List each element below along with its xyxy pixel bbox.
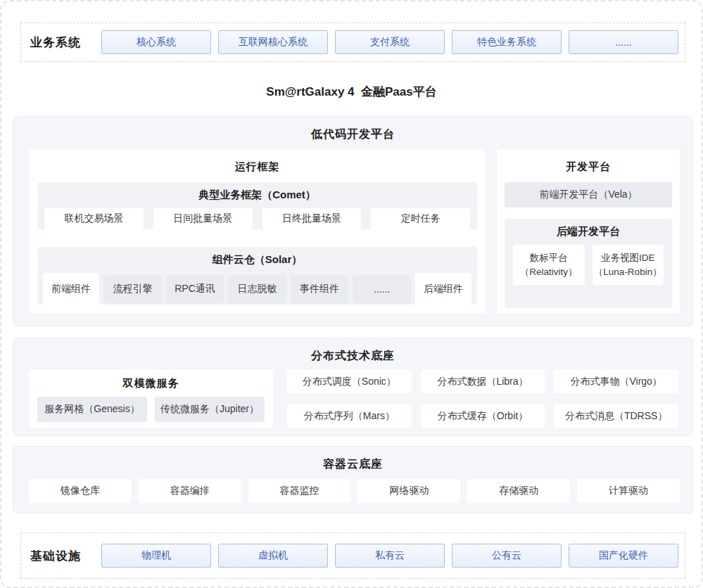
architecture-diagram: 业务系统 核心系统 互联网核心系统 支付系统 特色业务系统 ...... Sm@…: [0, 0, 703, 588]
backend-item-luna-robin: 业务视图IDE （Luna-Robin）: [593, 245, 664, 285]
distributed-section: 分布式技术底座 双模微服务 服务网格（Genesis） 传统微服务（Jupite…: [13, 338, 693, 436]
comet-box: 典型业务框架（Comet） 联机交易场景 日间批量场景 日终批量场景 定时任务: [37, 182, 477, 229]
solar-title: 组件云仓（Solar）: [43, 247, 471, 273]
backend-dev-platform-box: 后端开发平台 数标平台 （Relativity） 业务视图IDE （Luna-R…: [505, 219, 672, 308]
backend-item-relativity-name: 数标平台: [530, 251, 568, 265]
solar-box: 组件云仓（Solar） 前端组件 流程引擎 RPC通讯 日志脱敏 事件组件 ..…: [37, 247, 477, 305]
backend-item-relativity: 数标平台 （Relativity）: [513, 245, 585, 285]
container-item-monitoring: 容器监控: [248, 479, 351, 503]
distributed-item-sonic: 分布式调度（Sonic）: [287, 370, 412, 393]
distributed-title: 分布式技术底座: [13, 338, 692, 364]
comet-item-intraday-batch: 日间批量场景: [153, 208, 253, 229]
solar-chip-log-masking: 日志脱敏: [228, 275, 286, 303]
business-system-button-more[interactable]: ......: [569, 30, 678, 54]
dev-platform-panel: 开发平台 前端开发平台（Vela） 后端开发平台 数标平台 （Relativit…: [497, 148, 680, 314]
container-item-image-repo: 镜像仓库: [29, 479, 132, 503]
business-system-button-payment[interactable]: 支付系统: [335, 30, 445, 54]
distributed-item-libra: 分布式数据（Libra）: [421, 370, 545, 393]
distributed-item-virgo: 分布式事物（Virgo）: [554, 370, 678, 393]
solar-item-backend-components: 后端组件: [415, 273, 471, 305]
comet-item-eod-batch: 日终批量场景: [262, 208, 362, 229]
runtime-framework-panel: 运行框架 典型业务框架（Comet） 联机交易场景 日间批量场景 日终批量场景 …: [29, 148, 486, 314]
infrastructure-section: 基础设施 物理机 虚拟机 私有云 公有云 国产化硬件: [20, 532, 685, 579]
container-cloud-items: 镜像仓库 容器编排 容器监控 网络驱动 存储驱动 计算驱动: [13, 472, 692, 503]
business-system-button-core[interactable]: 核心系统: [101, 30, 211, 54]
solar-item-frontend-components: 前端组件: [43, 273, 99, 305]
business-systems-label: 业务系统: [21, 34, 101, 51]
comet-item-scheduled-task: 定时任务: [371, 208, 470, 229]
solar-chip-rpc: RPC通讯: [166, 275, 224, 303]
business-system-button-special[interactable]: 特色业务系统: [452, 30, 562, 54]
dual-mode-chip-genesis: 服务网格（Genesis）: [37, 397, 147, 422]
container-cloud-section: 容器云底座 镜像仓库 容器编排 容器监控 网络驱动 存储驱动 计算驱动: [13, 446, 693, 513]
backend-dev-platform-title: 后端开发平台: [513, 219, 664, 245]
business-systems-section: 业务系统 核心系统 互联网核心系统 支付系统 特色业务系统 ......: [20, 23, 685, 62]
solar-chip-more: ......: [353, 275, 411, 303]
infrastructure-button-vm[interactable]: 虚拟机: [218, 544, 328, 568]
infrastructure-button-physical[interactable]: 物理机: [101, 544, 211, 568]
business-system-button-internet-core[interactable]: 互联网核心系统: [218, 30, 328, 54]
distributed-item-mars: 分布式序列（Mars）: [287, 404, 412, 428]
backend-item-luna-robin-code: （Luna-Robin）: [594, 265, 662, 279]
distributed-items-grid: 分布式调度（Sonic） 分布式数据（Libra） 分布式事物（Virgo） 分…: [287, 369, 678, 428]
page-title: Sm@rtGalaxy 4 金融Paas平台: [1, 84, 702, 100]
solar-chip-event-components: 事件组件: [291, 275, 349, 303]
dual-mode-microservice-panel: 双模微服务 服务网格（Genesis） 传统微服务（Jupiter）: [29, 369, 273, 428]
infrastructure-label: 基础设施: [21, 548, 101, 564]
backend-item-luna-robin-name: 业务视图IDE: [601, 251, 655, 265]
comet-item-online-trade: 联机交易场景: [44, 208, 144, 229]
container-item-compute-driver: 计算驱动: [577, 479, 680, 503]
business-systems-buttons: 核心系统 互联网核心系统 支付系统 特色业务系统 ......: [101, 30, 678, 54]
infrastructure-button-private-cloud[interactable]: 私有云: [335, 544, 445, 568]
container-item-orchestration: 容器编排: [139, 479, 241, 503]
comet-title: 典型业务框架（Comet）: [44, 182, 470, 208]
solar-chip-process-engine: 流程引擎: [103, 275, 162, 303]
dev-platform-title: 开发平台: [505, 148, 672, 182]
frontend-dev-platform-vela: 前端开发平台（Vela）: [505, 182, 672, 207]
distributed-item-orbit: 分布式缓存（Orbit）: [421, 404, 545, 428]
dual-mode-title: 双模微服务: [37, 369, 265, 397]
lowcode-section: 低代码开发平台 运行框架 典型业务框架（Comet） 联机交易场景 日间批量场景…: [13, 116, 693, 326]
container-cloud-title: 容器云底座: [13, 447, 692, 472]
infrastructure-button-public-cloud[interactable]: 公有云: [452, 544, 562, 568]
backend-item-relativity-code: （Relativity）: [520, 265, 578, 279]
infrastructure-buttons: 物理机 虚拟机 私有云 公有云 国产化硬件: [101, 544, 678, 568]
infrastructure-button-domestic-hw[interactable]: 国产化硬件: [569, 544, 678, 568]
container-item-network-driver: 网络驱动: [357, 479, 460, 503]
container-item-storage-driver: 存储驱动: [467, 479, 570, 503]
distributed-item-tdrss: 分布式消息（TDRSS）: [554, 404, 678, 428]
dual-mode-chip-jupiter: 传统微服务（Jupiter）: [155, 397, 265, 422]
lowcode-title: 低代码开发平台: [13, 117, 692, 142]
runtime-framework-title: 运行框架: [37, 148, 477, 182]
